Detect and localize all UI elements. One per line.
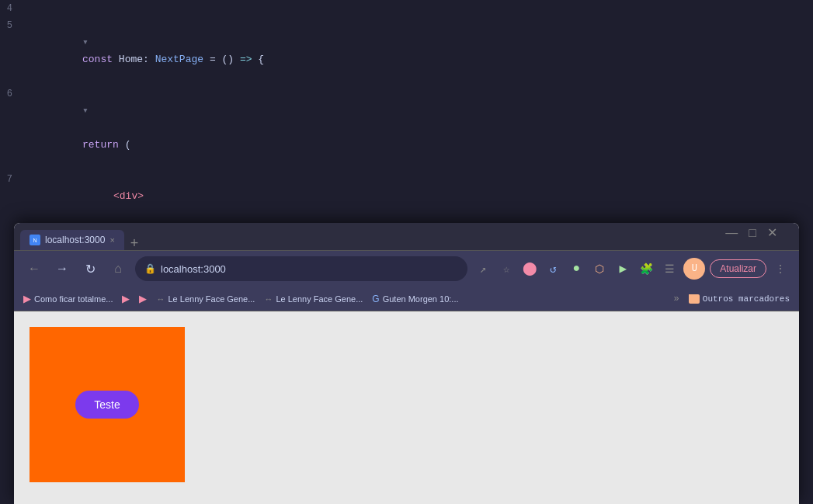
window-maximize-btn[interactable]: □	[749, 225, 756, 240]
bookmark-6[interactable]: G Guten Morgen 10:...	[372, 294, 458, 304]
opera-icon[interactable]: ⬤	[520, 259, 539, 278]
menu-icon[interactable]: ☰	[660, 259, 679, 278]
bookmarks-more-btn[interactable]: »	[674, 294, 679, 304]
sync-icon[interactable]: ↺	[544, 259, 562, 278]
refresh-btn[interactable]: ↻	[79, 258, 101, 280]
back-btn[interactable]: ←	[23, 258, 45, 280]
update-btn[interactable]: Atualizar	[710, 259, 766, 278]
bookmark-2[interactable]: ▶	[122, 293, 130, 304]
extension-icon-4[interactable]: 🧩	[637, 259, 655, 278]
orange-box: Teste	[30, 327, 185, 482]
share-icon[interactable]: ↗	[474, 259, 492, 278]
code-line-6: 6 ▾ return (	[0, 85, 813, 171]
bookmark-5-label: Le Lenny Face Gene...	[276, 294, 363, 304]
arrow-icon-1: ↔	[156, 294, 165, 304]
lock-icon: 🔒	[144, 263, 156, 274]
tab-bar: N localhost:3000 × +	[14, 223, 799, 251]
folder-label: Outros marcadores	[703, 294, 790, 304]
bookmark-5[interactable]: ↔ Le Lenny Face Gene...	[264, 294, 363, 304]
bookmarks-bar: ▶ Como ficar totalme... ▶ ▶ ↔ Le Lenny F…	[14, 287, 799, 311]
active-tab[interactable]: N localhost:3000 ×	[20, 230, 124, 250]
line-num-7: 7	[0, 171, 22, 188]
code-lines: 4 5 ▾ const Home: NextPage = () => { 6 ▾…	[0, 0, 813, 219]
code-line-5: 5 ▾ const Home: NextPage = () => {	[0, 17, 813, 85]
account-icon[interactable]: U	[683, 258, 705, 280]
yt-icon-1: ▶	[23, 293, 31, 304]
fold-arrow-5[interactable]: ▾	[82, 36, 89, 48]
window-close-btn[interactable]: ✕	[767, 225, 777, 240]
bookmark-6-label: Guten Morgen 10:...	[383, 294, 459, 304]
line-num-5: 5	[0, 17, 22, 34]
extension-icon-2[interactable]: ⬡	[590, 259, 609, 278]
teste-button[interactable]: Teste	[75, 391, 138, 419]
code-editor: 4 5 ▾ const Home: NextPage = () => { 6 ▾…	[0, 0, 813, 219]
arrow-icon-2: ↔	[264, 294, 273, 304]
bookmark-4[interactable]: ↔ Le Lenny Face Gene...	[156, 294, 255, 304]
more-options-icon[interactable]: ⋮	[771, 259, 790, 278]
app-layout: 4 5 ▾ const Home: NextPage = () => { 6 ▾…	[0, 0, 813, 504]
tab-favicon: N	[30, 235, 40, 245]
browser-window: N localhost:3000 × + ← → ↻ ⌂ 🔒 localhost…	[14, 223, 799, 504]
bookmark-folder[interactable]: Outros marcadores	[689, 294, 790, 304]
new-tab-btn[interactable]: +	[124, 236, 145, 250]
line-num-4: 4	[0, 0, 22, 17]
svg-text:N: N	[33, 238, 36, 243]
extension-icon-1[interactable]: ●	[567, 259, 585, 278]
address-bar[interactable]: 🔒 localhost:3000	[135, 256, 467, 281]
address-text: localhost:3000	[161, 263, 226, 275]
yt-icon-3: ▶	[139, 293, 147, 304]
code-line-7: 7 <div>	[0, 171, 813, 219]
guten-icon: G	[372, 294, 379, 304]
bookmark-1-label: Como ficar totalme...	[34, 294, 113, 304]
code-line-4: 4	[0, 0, 813, 17]
yt-icon-2: ▶	[122, 293, 130, 304]
window-controls: — □ ✕	[725, 225, 777, 240]
extension-icon-3[interactable]: ▶	[613, 259, 632, 278]
bookmark-icon[interactable]: ☆	[497, 259, 516, 278]
home-btn[interactable]: ⌂	[107, 258, 129, 280]
line-num-6: 6	[0, 85, 22, 103]
forward-btn[interactable]: →	[51, 258, 73, 280]
fold-arrow-6[interactable]: ▾	[82, 105, 89, 116]
window-minimize-btn[interactable]: —	[725, 225, 738, 240]
bookmark-3[interactable]: ▶	[139, 293, 147, 304]
browser-section: — □ ✕ N localhost:3000 × + ← → ↻	[0, 219, 813, 504]
tab-label: localhost:3000	[45, 235, 105, 245]
nav-actions: ↗ ☆ ⬤ ↺ ● ⬡ ▶ 🧩 ☰ U	[474, 258, 790, 280]
bookmark-4-label: Le Lenny Face Gene...	[168, 294, 255, 304]
nav-bar: ← → ↻ ⌂ 🔒 localhost:3000 ↗ ☆ ⬤ ↺ ●	[14, 251, 799, 287]
tab-close-btn[interactable]: ×	[109, 235, 114, 245]
folder-icon	[689, 294, 700, 304]
webpage-content: Teste	[14, 311, 799, 504]
bookmark-1[interactable]: ▶ Como ficar totalme...	[23, 293, 113, 304]
